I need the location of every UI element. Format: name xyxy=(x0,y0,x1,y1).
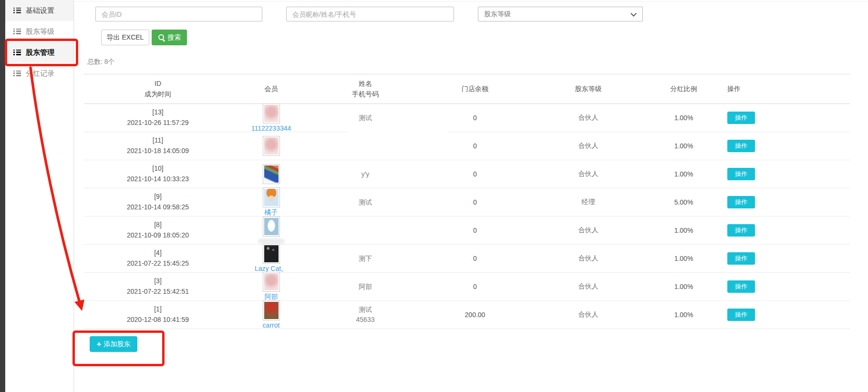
cell-store-balance: 200.00 xyxy=(420,311,530,319)
cell-dividend-ratio: 1.00% xyxy=(647,142,721,150)
cell-shareholder-level: 合伙人 xyxy=(530,142,647,150)
member-name: 测试 xyxy=(310,113,420,123)
member-system-id: [10] xyxy=(84,164,232,174)
member-system-id: [9] xyxy=(84,192,232,202)
row-action-button[interactable]: 操作 xyxy=(727,280,755,293)
cell-actions: 操作 xyxy=(721,252,850,265)
cell-dividend-ratio: 1.00% xyxy=(647,114,721,122)
cell-actions: 操作 xyxy=(721,168,850,180)
cell-member xyxy=(232,136,310,156)
cell-member: carrot xyxy=(232,300,310,329)
shareholder-level-select[interactable]: 股东等级 xyxy=(478,7,643,21)
member-id-input[interactable] xyxy=(95,7,262,21)
table-row: [13] 2021-10-26 11:57:29 11122233344 测试 … xyxy=(84,104,850,132)
row-action-button[interactable]: 操作 xyxy=(727,140,755,152)
cell-shareholder-level: 经理 xyxy=(530,198,647,206)
add-shareholder-button[interactable]: + 添加股东 xyxy=(90,336,137,352)
cell-name-phone: 测试 xyxy=(310,113,420,123)
sidebar-item-label: 股东管理 xyxy=(26,48,54,57)
cell-id-time: [10] 2021-10-14 10:33:23 xyxy=(84,164,232,184)
list-icon xyxy=(13,50,21,56)
cell-actions: 操作 xyxy=(721,140,850,152)
member-nickname-link[interactable]: 橘子 xyxy=(265,208,278,217)
member-nickname-link[interactable]: 11122233344 xyxy=(251,124,291,132)
cell-shareholder-level: 合伙人 xyxy=(530,254,647,263)
table-row: [11] 2021-10-18 14:05:09 0 合伙人 1.00% 操作 xyxy=(84,132,850,160)
member-system-id: [1] xyxy=(84,304,232,315)
table-row: [8] 2021-10-09 18:05:20 0 合伙人 1.00% 操作 xyxy=(84,217,850,245)
member-system-id: [11] xyxy=(84,135,232,146)
cell-actions: 操作 xyxy=(721,309,850,321)
cell-id-time: [9] 2021-10-14 09:58:25 xyxy=(84,192,232,212)
cell-name-phone: 测试 xyxy=(310,197,420,207)
shareholder-table: ID成为时间 会员 姓名手机号码 门店余额 股东等级 分红比例 操作 [13] … xyxy=(84,74,850,329)
cell-member: 阿部 xyxy=(232,272,310,301)
cell-name-phone: y'y xyxy=(310,169,420,179)
member-avatar xyxy=(263,300,280,320)
row-action-button[interactable]: 操作 xyxy=(727,252,755,265)
cell-store-balance: 0 xyxy=(420,227,530,234)
cell-id-time: [1] 2020-12-08 10:41:59 xyxy=(84,304,232,325)
member-keyword-input[interactable] xyxy=(286,7,454,21)
sidebar-item-label: 分红记录 xyxy=(26,69,54,78)
cell-id-time: [8] 2021-10-09 18:05:20 xyxy=(84,220,232,240)
member-system-id: [3] xyxy=(84,276,232,287)
chevron-down-icon xyxy=(630,10,637,17)
search-button[interactable]: 搜索 xyxy=(152,30,187,45)
row-action-button[interactable]: 操作 xyxy=(727,224,755,237)
cell-id-time: [3] 2021-07-22 15:42:51 xyxy=(84,276,232,297)
cell-actions: 操作 xyxy=(721,280,850,293)
sidebar-item-shareholder-management[interactable]: 股东管理 xyxy=(5,42,73,63)
column-header-shareholder-level: 股东等级 xyxy=(530,84,647,94)
cell-shareholder-level: 合伙人 xyxy=(530,226,647,235)
cell-shareholder-level: 合伙人 xyxy=(530,113,647,122)
plus-icon: + xyxy=(97,340,102,348)
member-avatar xyxy=(263,217,280,237)
cell-id-time: [4] 2021-07-22 15:45:25 xyxy=(84,248,232,268)
member-system-id: [4] xyxy=(84,248,232,258)
member-phone: 45633 xyxy=(310,315,420,325)
row-action-button[interactable]: 操作 xyxy=(727,196,755,208)
cell-actions: 操作 xyxy=(721,224,850,237)
cell-store-balance: 0 xyxy=(420,142,530,150)
sidebar-item-basic-settings[interactable]: 基础设置 xyxy=(5,0,73,21)
cell-dividend-ratio: 1.00% xyxy=(647,227,721,234)
sidebar-item-shareholder-level[interactable]: 股东等级 xyxy=(5,21,73,42)
cell-store-balance: 0 xyxy=(420,170,530,178)
member-avatar xyxy=(263,244,280,264)
search-button-label: 搜索 xyxy=(168,33,181,42)
list-icon xyxy=(13,71,21,77)
member-name: 测下 xyxy=(310,254,420,264)
cell-shareholder-level: 合伙人 xyxy=(530,310,647,319)
column-header-name-phone: 姓名手机号码 xyxy=(310,79,420,99)
sidebar-item-dividend-records[interactable]: 分红记录 xyxy=(5,63,73,84)
member-name: 测试 xyxy=(310,305,420,315)
cell-store-balance: 0 xyxy=(420,198,530,206)
table-row: [9] 2021-10-14 09:58:25 橘子 测试 0 经理 5.00%… xyxy=(84,188,850,217)
search-icon xyxy=(158,34,165,41)
table-header-row: ID成为时间 会员 姓名手机号码 门店余额 股东等级 分红比例 操作 xyxy=(84,74,850,104)
cell-shareholder-level: 合伙人 xyxy=(530,170,647,178)
row-action-button[interactable]: 操作 xyxy=(727,309,755,321)
column-header-dividend-ratio: 分红比例 xyxy=(647,84,721,94)
cell-member: Lazy Cat。 xyxy=(232,244,310,273)
cell-id-time: [13] 2021-10-26 11:57:29 xyxy=(84,107,232,128)
row-action-button[interactable]: 操作 xyxy=(727,112,755,124)
list-icon xyxy=(13,8,21,14)
table-row: [10] 2021-10-14 10:33:23 y'y 0 合伙人 1.00%… xyxy=(84,160,850,188)
member-nickname-link[interactable]: carrot xyxy=(263,321,280,329)
became-shareholder-time: 2021-10-26 11:57:29 xyxy=(84,118,232,128)
list-icon xyxy=(13,29,21,35)
column-header-store-balance: 门店余额 xyxy=(420,84,530,94)
member-system-id: [13] xyxy=(84,107,232,118)
row-action-button[interactable]: 操作 xyxy=(727,168,755,180)
became-shareholder-time: 2021-07-22 15:45:25 xyxy=(84,258,232,269)
content-top-divider xyxy=(74,1,868,1)
export-excel-button[interactable]: 导出 EXCEL xyxy=(101,30,149,45)
cell-member: 11122233344 xyxy=(232,103,310,132)
cell-member xyxy=(232,217,310,244)
cell-dividend-ratio: 1.00% xyxy=(647,283,721,290)
cell-dividend-ratio: 5.00% xyxy=(647,198,721,206)
cell-dividend-ratio: 1.00% xyxy=(647,311,721,319)
sidebar-item-label: 基础设置 xyxy=(26,6,54,15)
